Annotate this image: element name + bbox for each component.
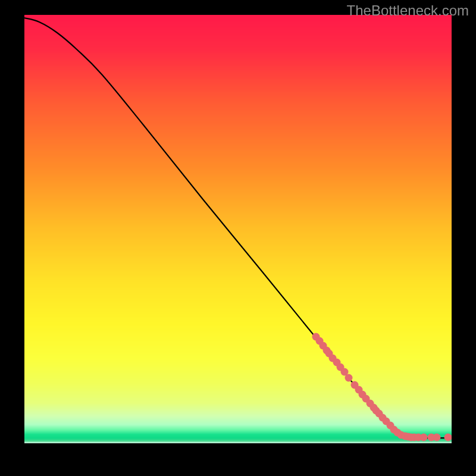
marker-dot [345,374,353,382]
marker-dot [444,434,452,441]
marker-series [24,15,452,443]
marker-dot [420,434,428,441]
chart-plot-area [24,15,452,443]
watermark-text: TheBottleneck.com [347,2,469,19]
marker-dot [433,434,441,441]
